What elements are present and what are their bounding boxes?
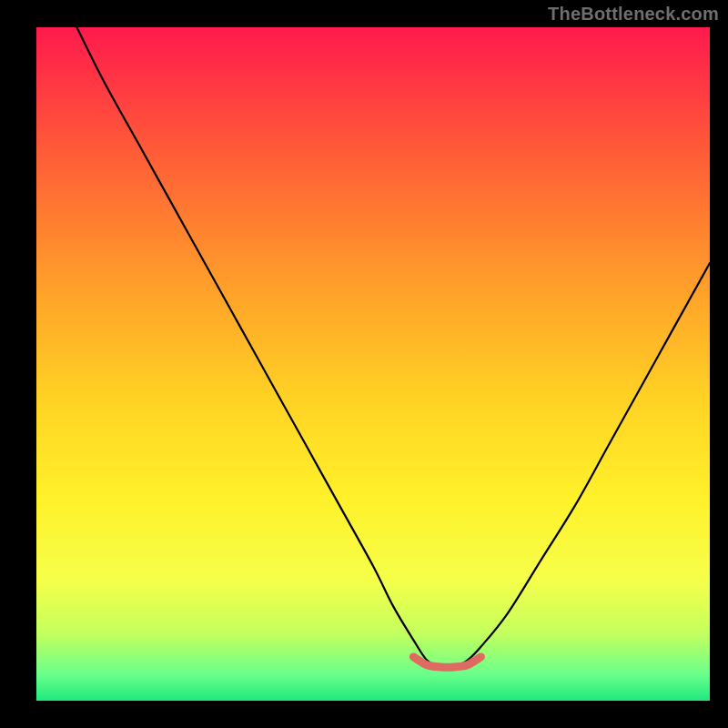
plot-area bbox=[36, 27, 710, 701]
chart-stage: { "watermark": "TheBottleneck.com", "col… bbox=[0, 0, 728, 728]
watermark-label: TheBottleneck.com bbox=[548, 4, 719, 25]
chart-svg bbox=[0, 0, 728, 728]
